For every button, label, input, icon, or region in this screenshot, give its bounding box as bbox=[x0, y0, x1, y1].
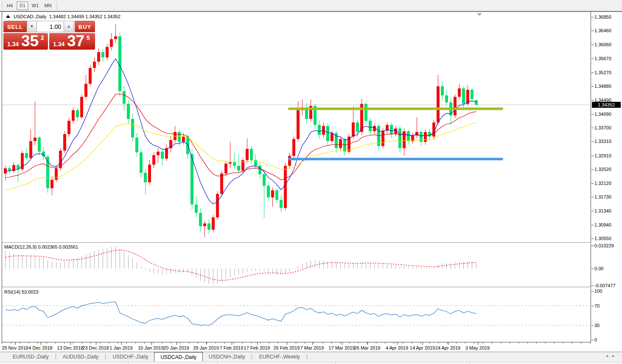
price-axis-tick bbox=[591, 197, 594, 197]
chart-header: USDCAD-,Daily1.34482 1.34499 1.34352 1.3… bbox=[6, 14, 120, 19]
price-axis-tick bbox=[591, 183, 594, 184]
rsi-axis-tick bbox=[591, 306, 594, 306]
macd-axis-tick bbox=[591, 246, 594, 246]
date-axis-tick bbox=[232, 342, 232, 345]
trading-terminal: H4D1W1MN USDCAD-,Daily1.34482 1.34499 1.… bbox=[0, 0, 622, 364]
macd-axis-tick bbox=[591, 286, 594, 286]
price-axis-tick bbox=[591, 114, 594, 115]
sell-price-sup: 2 bbox=[41, 34, 44, 41]
timeframe-toolbar: H4D1W1MN bbox=[0, 0, 622, 12]
chart-tab-eurusd[interactable]: EURUSD-,Daily bbox=[7, 352, 55, 361]
status-bar bbox=[0, 361, 622, 364]
price-axis-label: 1.33700 bbox=[594, 125, 611, 130]
price-axis-label: 1.36460 bbox=[594, 28, 611, 33]
date-axis-tick bbox=[312, 342, 313, 345]
sell-price-prefix: 1.34 bbox=[7, 41, 19, 48]
macd-axis-label: -0.007477 bbox=[594, 283, 616, 288]
chart-tab-usdchf[interactable]: USDCHF-,Daily bbox=[106, 352, 154, 361]
volume-increase-icon[interactable]: ▲ bbox=[64, 21, 74, 32]
chart-tab-usdcad[interactable]: USDCAD-,Daily bbox=[154, 352, 203, 361]
current-price-marker: 1.34352 bbox=[592, 102, 621, 108]
tab-scroll-right-icon[interactable]: ▸ bbox=[612, 353, 619, 358]
tab-separator bbox=[105, 354, 106, 359]
price-axis-label: 1.35270 bbox=[594, 70, 611, 75]
chart-shift-marker-icon[interactable] bbox=[477, 13, 482, 16]
date-axis-tick bbox=[96, 342, 96, 345]
toolbar-grip[interactable] bbox=[1, 2, 2, 10]
sell-price-big: 35 bbox=[21, 32, 39, 50]
collapse-triangle-icon[interactable] bbox=[6, 15, 10, 18]
date-axis-tick bbox=[367, 342, 368, 345]
one-click-trade-panel: SELL ▼ ▲ BUY 1.34 35 2 1.34 37 5 bbox=[3, 21, 95, 50]
chart-window bbox=[2, 12, 591, 342]
date-axis-tick bbox=[287, 342, 287, 345]
price-axis-label: 1.35670 bbox=[594, 56, 611, 61]
price-axis-tick bbox=[591, 17, 594, 17]
timeframe-button-d1[interactable]: D1 bbox=[17, 1, 28, 10]
price-axis-tick bbox=[591, 225, 594, 225]
date-axis-tick bbox=[121, 342, 122, 345]
price-axis-tick bbox=[591, 169, 594, 170]
tab-scroll-left-icon[interactable]: ◂ bbox=[606, 353, 612, 358]
price-axis-label: 1.31730 bbox=[594, 194, 611, 199]
macd-axis-tick bbox=[591, 269, 594, 269]
rsi-axis-tick bbox=[591, 291, 594, 291]
tab-separator bbox=[56, 354, 56, 359]
sell-button[interactable]: SELL bbox=[3, 21, 27, 32]
volume-decrease-icon[interactable]: ▼ bbox=[27, 21, 37, 32]
rsi-axis-tick bbox=[591, 340, 594, 340]
date-axis-tick bbox=[15, 342, 16, 345]
price-axis-tick bbox=[591, 156, 594, 156]
rsi-axis-label: 70 bbox=[594, 303, 600, 308]
date-axis-tick bbox=[257, 342, 258, 345]
volume-stepper: ▼ ▲ bbox=[27, 21, 74, 32]
buy-price-big: 37 bbox=[67, 32, 84, 50]
price-axis-label: 1.32520 bbox=[594, 167, 611, 172]
price-axis-tick bbox=[591, 31, 594, 31]
price-axis-label: 1.32120 bbox=[594, 181, 611, 186]
macd-axis-label: 0.010229 bbox=[594, 243, 614, 248]
buy-price-sup: 5 bbox=[87, 34, 90, 41]
price-axis-tick bbox=[591, 100, 594, 101]
tab-scroll-arrows[interactable]: ◂▸ bbox=[606, 353, 619, 358]
buy-button[interactable]: BUY bbox=[75, 21, 95, 32]
date-axis[interactable]: 25 Nov 20184 Dec 201813 Dec 201823 Dec 2… bbox=[2, 342, 591, 351]
date-axis-tick bbox=[478, 342, 478, 345]
date-axis-tick bbox=[448, 342, 448, 345]
buy-price-panel[interactable]: 1.34 37 5 bbox=[49, 33, 95, 50]
tab-separator bbox=[252, 354, 252, 359]
price-axis-label: 1.32910 bbox=[594, 153, 611, 158]
price-axis-tick bbox=[591, 45, 594, 45]
rsi-axis-label: 0 bbox=[594, 337, 597, 342]
date-axis-tick bbox=[423, 342, 423, 345]
price-axis-tick bbox=[591, 73, 594, 73]
macd-axis-label: 0.00 bbox=[594, 266, 603, 271]
chart-tab-audusd[interactable]: AUDUSD-,Daily bbox=[57, 352, 105, 361]
price-axis-tick bbox=[591, 238, 594, 239]
price-axis-tick bbox=[591, 128, 594, 128]
tab-separator bbox=[307, 354, 307, 359]
buy-price-prefix: 1.34 bbox=[53, 41, 64, 48]
volume-input[interactable] bbox=[37, 21, 64, 32]
price-axis-label: 1.34090 bbox=[594, 112, 611, 117]
timeframe-button-w1[interactable]: W1 bbox=[29, 1, 41, 10]
rsi-indicator-label: RSI(14) 53.0023 bbox=[4, 289, 39, 294]
price-axis-label: 1.36850 bbox=[594, 14, 611, 20]
timeframe-button-h4[interactable]: H4 bbox=[4, 1, 16, 10]
price-axis-label: 1.34880 bbox=[594, 84, 611, 89]
price-axis-label: 1.30940 bbox=[594, 222, 611, 227]
chart-ohlc-values: 1.34482 1.34499 1.34352 1.34352 bbox=[49, 14, 120, 19]
price-axis-tick bbox=[591, 86, 594, 87]
sell-price-panel[interactable]: 1.34 35 2 bbox=[3, 33, 48, 50]
chart-tab-eurchf[interactable]: EURCHF-,Weekly bbox=[253, 352, 305, 361]
price-chart-canvas[interactable] bbox=[2, 12, 591, 342]
timeframe-button-mn[interactable]: MN bbox=[42, 1, 54, 10]
rsi-axis-label: 30 bbox=[594, 323, 600, 328]
price-axis-label: 1.30550 bbox=[594, 236, 611, 241]
date-axis-tick bbox=[177, 342, 177, 345]
date-axis-minor-ticks bbox=[2, 342, 591, 344]
date-axis-tick bbox=[70, 342, 71, 345]
price-axis-label: 1.33310 bbox=[594, 139, 611, 144]
chart-tab-usdcnh[interactable]: USDCNH-,Daily bbox=[203, 352, 251, 361]
chart-tab-bar: EURUSD-,DailyAUDUSD-,DailyUSDCHF-,DailyU… bbox=[0, 352, 622, 361]
